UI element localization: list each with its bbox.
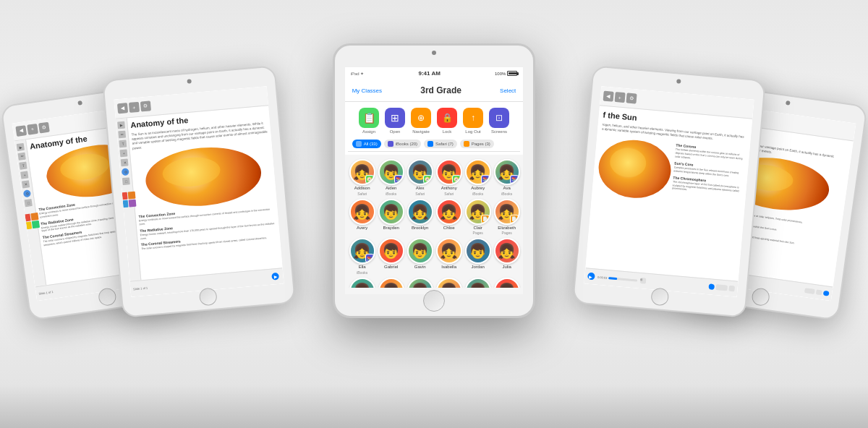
camera-far-left: [77, 100, 82, 106]
student-avery[interactable]: 👧 Avery: [349, 199, 375, 236]
student-kaelyn[interactable]: 👧 🧭 Kaelyn Safari: [349, 278, 375, 288]
student-landon[interactable]: 👦 Landon: [378, 278, 404, 288]
ipad-near-left: ◀ + ⚙ ▶ ✏ T + ✕ ⚙ □: [102, 65, 296, 318]
lock-icon[interactable]: 🔒: [437, 108, 457, 128]
ground-shadow: [0, 385, 868, 428]
student-brayden[interactable]: 👦 Brayden: [378, 199, 404, 236]
student-aiden[interactable]: 👦 📚 Aiden iBooks: [378, 159, 404, 196]
navigate-label: Navigate: [412, 129, 430, 134]
ipad-center: iPad ✦ 9:41 AM 100% My Classes 3rd Grade…: [333, 43, 535, 318]
student-mason[interactable]: 👦 Mason: [494, 278, 520, 288]
action-assign[interactable]: 📋 Assign: [359, 108, 379, 134]
home-button-near-left[interactable]: [199, 288, 218, 307]
classroom-navbar: My Classes 3rd Grade Select: [345, 80, 524, 102]
student-jordan[interactable]: 👦 Jordan: [465, 238, 491, 275]
navigate-icon[interactable]: ⊕: [411, 108, 431, 128]
camera-near-right: [676, 79, 681, 84]
student-ava[interactable]: 👧 📚 Ava iBooks: [494, 159, 520, 196]
filter-pages[interactable]: Pages (3): [460, 140, 494, 148]
status-battery: 100%: [495, 71, 517, 76]
app-filter-row: All (33) iBooks (20) Safari (7) Pag: [348, 137, 521, 152]
action-logout[interactable]: ↑ Log Out: [463, 108, 483, 134]
badge-safari: 🧭: [365, 175, 374, 184]
action-navigate[interactable]: ⊕ Navigate: [411, 108, 431, 134]
screen-near-right: ◀ + ⚙ f the Sun rogen, helium, and other…: [584, 86, 754, 296]
student-gavin[interactable]: 👦 Gavin: [407, 238, 433, 275]
student-julia[interactable]: 👧 Julia: [494, 238, 520, 275]
camera-far-right: [786, 100, 791, 106]
action-screens[interactable]: ⊡ Screens: [489, 108, 509, 134]
camera-near-left: [187, 79, 192, 84]
nav-select-btn[interactable]: Select: [500, 87, 516, 94]
logout-icon[interactable]: ↑: [463, 108, 483, 128]
student-clair[interactable]: 👧 📄 Clair Pages: [465, 199, 491, 236]
student-alex[interactable]: 👦 🧭 Alex Safari: [407, 159, 433, 196]
student-logan[interactable]: 👦 Logan: [436, 278, 462, 288]
scene: ◀ + ⚙ ▶ ✏ T + ✕ ⚙ □: [0, 0, 868, 428]
student-anthony[interactable]: 👦 🧭 Anthony Safari: [436, 159, 462, 196]
student-isabella[interactable]: 👧 Isabella: [436, 238, 462, 275]
filter-ibooks[interactable]: iBooks (20): [384, 140, 421, 148]
slide-label: Slide 1 of 1: [38, 290, 54, 296]
nav-back-btn[interactable]: My Classes: [352, 87, 382, 94]
slide-label-nl: Slide 1 of 1: [133, 286, 148, 291]
home-button-center[interactable]: [423, 290, 445, 312]
open-icon[interactable]: ⊞: [385, 108, 405, 128]
toolbar-icon-3[interactable]: ⚙: [38, 121, 50, 133]
student-chloe[interactable]: 👧 Chloe: [436, 199, 462, 236]
student-aubrey[interactable]: 👧 📚 Aubrey iBooks: [465, 159, 491, 196]
student-elizabeth[interactable]: 👧 📄 Elizabeth Pages: [494, 199, 520, 236]
screen-near-left: ◀ + ⚙ ▶ ✏ T + ✕ ⚙ □: [114, 86, 284, 296]
action-icons-row: 📋 Assign ⊞ Open ⊕: [359, 108, 509, 134]
ipad-near-right: ◀ + ⚙ f the Sun rogen, helium, and other…: [572, 65, 766, 318]
assign-icon[interactable]: 📋: [359, 108, 379, 128]
student-gabriel[interactable]: 👦 Gabriel: [378, 238, 404, 275]
logout-label: Log Out: [465, 129, 480, 134]
status-device: iPad ✦: [351, 71, 365, 76]
screens-label: Screens: [491, 129, 507, 134]
student-addison[interactable]: 👧 🧭 Addison Safari: [349, 159, 375, 196]
lock-label: Lock: [443, 129, 452, 134]
filter-all[interactable]: All (33): [352, 140, 381, 148]
toolbar-icon[interactable]: ◀: [15, 125, 27, 137]
screen-center: iPad ✦ 9:41 AM 100% My Classes 3rd Grade…: [345, 67, 524, 294]
badge-ibooks: 📚: [394, 175, 403, 184]
classroom-actions: 📋 Assign ⊞ Open ⊕: [345, 102, 524, 155]
student-lucas[interactable]: 👦 ⊞ Lucas AirPlay: [465, 278, 491, 288]
action-open[interactable]: ⊞ Open: [385, 108, 405, 134]
assign-label: Assign: [362, 129, 375, 134]
students-grid: 👧 🧭 Addison Safari 👦 📚 Aiden iBooks: [345, 155, 524, 288]
screens-icon[interactable]: ⊡: [489, 108, 509, 128]
nav-title: 3rd Grade: [420, 85, 461, 95]
toolbar-icon-2[interactable]: +: [27, 124, 38, 135]
student-ella[interactable]: 👧 📚 Ella iBooks: [349, 238, 375, 275]
status-time: 9:41 AM: [418, 70, 440, 77]
student-brooklyn[interactable]: 👧 Brooklyn: [407, 199, 433, 236]
camera-center: [432, 51, 436, 55]
action-lock[interactable]: 🔒 Lock: [437, 108, 457, 134]
open-label: Open: [390, 129, 401, 134]
filter-safari[interactable]: Safari (7): [424, 140, 457, 148]
status-bar: iPad ✦ 9:41 AM 100%: [345, 67, 524, 80]
student-liam[interactable]: 👦 Liam: [407, 278, 433, 288]
